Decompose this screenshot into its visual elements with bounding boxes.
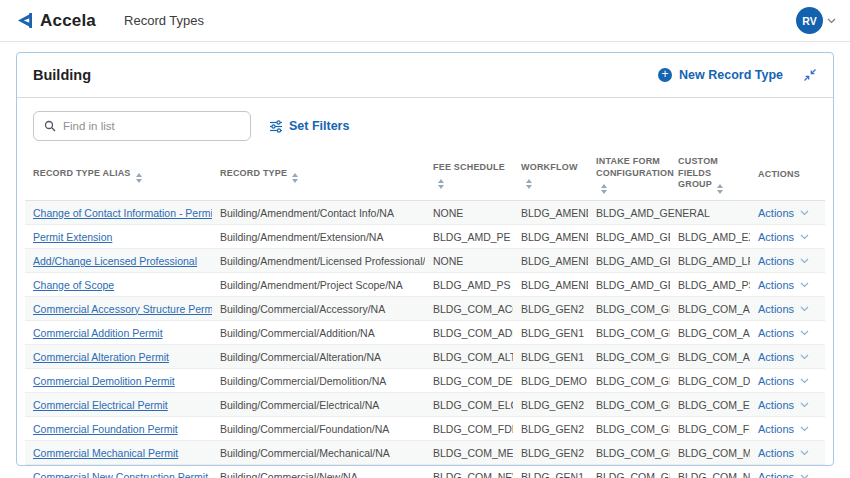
actions-dropdown[interactable]: Actions: [758, 447, 809, 459]
intake-form-configuration-cell: BLDG_AMD_GENERAL: [588, 273, 670, 297]
fee-schedule-cell: NONE: [425, 249, 513, 273]
fee-schedule-cell: BLDG_AMD_PE: [425, 225, 513, 249]
actions-label: Actions: [758, 399, 794, 411]
actions-label: Actions: [758, 471, 794, 478]
filter-sliders-icon: [269, 120, 283, 133]
custom-fields-group-cell: BLDG_COM_ACC: [670, 297, 750, 321]
record-type-cell: Building/Amendment/Extension/NA: [212, 225, 425, 249]
fee-schedule-cell: BLDG_COM_DEM: [425, 369, 513, 393]
actions-cell: Actions: [750, 441, 825, 465]
record-type-alias-link[interactable]: Commercial Mechanical Permit: [33, 447, 178, 459]
custom-fields-group-cell: BLDG_AMD_EXT: [670, 225, 750, 249]
record-type-alias-cell: Change of Scope: [25, 273, 212, 297]
chevron-down-icon: [800, 426, 809, 432]
collapse-diagonal-icon: [803, 68, 817, 82]
column-header-record-type-alias[interactable]: Record Type Alias: [25, 153, 212, 201]
record-type-alias-cell: Change of Contact Information - Permit: [25, 201, 212, 225]
actions-dropdown[interactable]: Actions: [758, 399, 809, 411]
record-type-alias-link[interactable]: Commercial Alteration Permit: [33, 351, 169, 363]
actions-dropdown[interactable]: Actions: [758, 471, 809, 478]
custom-fields-group-cell: BLDG_COM_MEC: [670, 441, 750, 465]
fee-schedule-cell: BLDG_COM_ELC: [425, 393, 513, 417]
record-type-alias-link[interactable]: Commercial Foundation Permit: [33, 423, 178, 435]
chevron-down-icon: [800, 234, 809, 240]
column-header-fee-schedule[interactable]: Fee Schedule: [425, 153, 513, 201]
table-row: Change of Contact Information - Permit B…: [25, 201, 825, 225]
actions-dropdown[interactable]: Actions: [758, 303, 809, 315]
search-box: [33, 111, 251, 141]
record-type-cell: Building/Commercial/Alteration/NA: [212, 345, 425, 369]
workflow-cell: BLDG_AMEND: [513, 273, 588, 297]
workflow-cell: BLDG_AMEND: [513, 201, 588, 225]
record-type-cell: Building/Commercial/Foundation/NA: [212, 417, 425, 441]
page-title: Record Types: [124, 13, 204, 28]
actions-label: Actions: [758, 327, 794, 339]
record-type-alias-link[interactable]: Commercial Electrical Permit: [33, 399, 168, 411]
record-type-alias-link[interactable]: Change of Scope: [33, 279, 114, 291]
actions-label: Actions: [758, 255, 794, 267]
logo-text: Accela: [40, 11, 96, 31]
search-input[interactable]: [63, 120, 240, 132]
actions-cell: Actions: [750, 465, 825, 478]
accela-logo[interactable]: Accela: [14, 11, 96, 31]
intake-form-configuration-cell: BLDG_AMD_GENERAL: [588, 201, 670, 225]
actions-label: Actions: [758, 279, 794, 291]
actions-label: Actions: [758, 351, 794, 363]
intake-form-configuration-cell: BLDG_COM_GEN: [588, 345, 670, 369]
building-panel: Building + New Record Type: [16, 52, 834, 466]
table-row: Permit Extension Building/Amendment/Exte…: [25, 225, 825, 249]
record-type-alias-cell: Add/Change Licensed Professional: [25, 249, 212, 273]
record-type-alias-link[interactable]: Permit Extension: [33, 231, 112, 243]
record-type-cell: Building/Amendment/Contact Info/NA: [212, 201, 425, 225]
chevron-down-icon: [800, 378, 809, 384]
actions-dropdown[interactable]: Actions: [758, 279, 809, 291]
intake-form-configuration-cell: BLDG_COM_GEN: [588, 369, 670, 393]
workflow-cell: BLDG_GEN2: [513, 417, 588, 441]
chevron-down-icon: [800, 330, 809, 336]
actions-label: Actions: [758, 207, 794, 219]
table-row: Add/Change Licensed Professional Buildin…: [25, 249, 825, 273]
collapse-panel-button[interactable]: [803, 68, 817, 82]
custom-fields-group-cell: BLDG_COM_DEM: [670, 369, 750, 393]
fee-schedule-cell: BLDG_COM_ADD: [425, 321, 513, 345]
column-header-custom-fields-group[interactable]: Custom Fields Group: [670, 153, 750, 201]
user-menu-chevron-down-icon[interactable]: [827, 18, 836, 24]
actions-dropdown[interactable]: Actions: [758, 207, 809, 219]
record-type-alias-link[interactable]: Commercial Demolition Permit: [33, 375, 175, 387]
new-record-type-button[interactable]: + New Record Type: [658, 68, 783, 82]
column-header-intake-form-configuration[interactable]: Intake Form Configuration: [588, 153, 670, 201]
workflow-cell: BLDG_GEN2: [513, 441, 588, 465]
actions-dropdown[interactable]: Actions: [758, 375, 809, 387]
workflow-cell: BLDG_GEN2: [513, 393, 588, 417]
actions-cell: Actions: [750, 297, 825, 321]
actions-label: Actions: [758, 423, 794, 435]
actions-dropdown[interactable]: Actions: [758, 231, 809, 243]
chevron-down-icon: [800, 282, 809, 288]
column-header-workflow[interactable]: Workflow: [513, 153, 588, 201]
table-row: Commercial New Construction Permit Build…: [25, 465, 825, 478]
fee-schedule-cell: BLDG_COM_MEC: [425, 441, 513, 465]
chevron-down-icon: [800, 258, 809, 264]
column-header-record-type[interactable]: Record Type: [212, 153, 425, 201]
top-bar: Accela Record Types RV: [0, 0, 850, 42]
sort-icon: [717, 184, 723, 194]
record-type-alias-cell: Commercial New Construction Permit: [25, 465, 212, 478]
plus-circle-icon: +: [658, 68, 672, 82]
actions-dropdown[interactable]: Actions: [758, 351, 809, 363]
fee-schedule-cell: BLDG_COM_FDN: [425, 417, 513, 441]
actions-dropdown[interactable]: Actions: [758, 327, 809, 339]
record-type-alias-link[interactable]: Commercial Addition Permit: [33, 327, 163, 339]
actions-dropdown[interactable]: Actions: [758, 255, 809, 267]
actions-dropdown[interactable]: Actions: [758, 423, 809, 435]
actions-cell: Actions: [750, 273, 825, 297]
set-filters-button[interactable]: Set Filters: [269, 119, 349, 133]
record-type-alias-link[interactable]: Commercial Accessory Structure Permit: [33, 303, 212, 315]
record-type-alias-cell: Commercial Electrical Permit: [25, 393, 212, 417]
record-type-alias-link[interactable]: Add/Change Licensed Professional: [33, 255, 197, 267]
record-type-alias-link[interactable]: Change of Contact Information - Permit: [33, 207, 212, 219]
fee-schedule-cell: BLDG_COM_ALT: [425, 345, 513, 369]
actions-label: Actions: [758, 375, 794, 387]
record-type-alias-link[interactable]: Commercial New Construction Permit: [33, 471, 208, 478]
actions-cell: Actions: [750, 345, 825, 369]
user-avatar[interactable]: RV: [796, 7, 823, 34]
